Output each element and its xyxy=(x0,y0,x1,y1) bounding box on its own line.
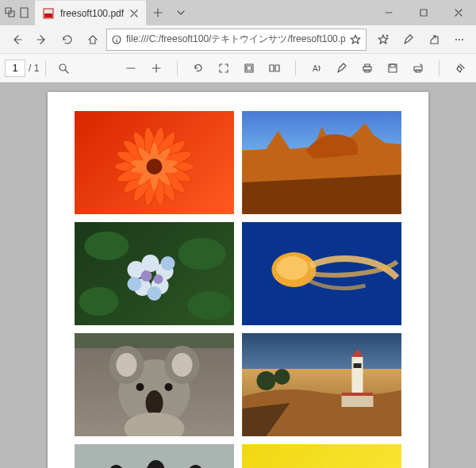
separator xyxy=(45,60,46,76)
maximize-button[interactable] xyxy=(406,0,441,25)
svg-point-76 xyxy=(148,460,165,468)
svg-point-9 xyxy=(462,39,463,40)
titlebar: freesoft100.pdf xyxy=(0,0,476,25)
pin-toolbar-button[interactable] xyxy=(449,57,471,79)
chevron-down-icon xyxy=(176,8,186,17)
svg-rect-17 xyxy=(365,64,370,67)
photo-thumbnail xyxy=(75,333,234,436)
find-button[interactable] xyxy=(52,57,75,79)
two-page-icon xyxy=(269,63,280,74)
svg-point-39 xyxy=(85,232,129,260)
svg-rect-2 xyxy=(21,8,28,17)
new-tab-button[interactable] xyxy=(146,0,170,25)
read-aloud-button[interactable]: A xyxy=(305,57,328,79)
svg-point-54 xyxy=(277,256,309,280)
photo-thumbnail xyxy=(242,444,401,468)
separator xyxy=(439,60,440,76)
address-bar[interactable] xyxy=(106,29,367,51)
svg-rect-13 xyxy=(270,65,274,71)
zoom-in-button[interactable] xyxy=(145,57,167,79)
svg-point-40 xyxy=(178,238,226,270)
svg-point-57 xyxy=(117,353,137,377)
fit-page-button[interactable] xyxy=(213,57,235,79)
refresh-button[interactable] xyxy=(56,28,79,52)
address-input[interactable] xyxy=(126,34,345,45)
minimize-button[interactable] xyxy=(371,0,406,25)
pin-icon xyxy=(455,63,466,74)
system-icons xyxy=(0,0,35,25)
photo-thumbnail xyxy=(242,333,401,436)
svg-rect-20 xyxy=(390,64,395,67)
dots-icon xyxy=(454,34,465,45)
svg-point-48 xyxy=(128,277,142,291)
minimize-icon xyxy=(385,9,393,17)
pdf-favicon xyxy=(43,8,54,19)
tab-close-icon[interactable] xyxy=(130,10,138,17)
forward-icon xyxy=(36,33,48,46)
save-button[interactable] xyxy=(382,57,404,79)
photo-thumbnail xyxy=(75,111,234,214)
read-aloud-icon: A xyxy=(311,63,322,74)
page-control: / 1 xyxy=(5,59,39,77)
svg-point-41 xyxy=(79,287,119,316)
home-button[interactable] xyxy=(81,28,105,52)
tab-overflow-button[interactable] xyxy=(170,0,192,25)
favorites-button[interactable] xyxy=(371,28,395,52)
pen-icon xyxy=(336,63,347,74)
share-button[interactable] xyxy=(422,28,446,52)
pdf-viewport[interactable] xyxy=(0,82,476,468)
svg-point-38 xyxy=(147,159,163,175)
pdf-toolbar-right: A xyxy=(120,57,471,79)
minus-icon xyxy=(125,63,136,74)
browser-tab[interactable]: freesoft100.pdf xyxy=(35,0,146,25)
svg-point-62 xyxy=(165,383,173,391)
forward-button[interactable] xyxy=(30,28,54,52)
rotate-button[interactable] xyxy=(187,57,209,79)
svg-rect-4 xyxy=(44,13,52,17)
expand-icon xyxy=(218,63,229,74)
svg-point-51 xyxy=(141,270,152,282)
print-button[interactable] xyxy=(356,57,378,79)
svg-point-49 xyxy=(161,256,175,270)
separator xyxy=(295,60,296,76)
page-view-button[interactable] xyxy=(238,57,260,79)
svg-point-52 xyxy=(154,274,163,284)
svg-point-69 xyxy=(257,371,276,390)
image-grid xyxy=(75,111,401,468)
svg-point-61 xyxy=(136,383,144,391)
info-icon[interactable] xyxy=(112,35,121,44)
svg-point-73 xyxy=(109,465,125,468)
photo-thumbnail xyxy=(75,444,234,468)
refresh-icon xyxy=(61,33,74,46)
svg-rect-66 xyxy=(354,363,362,368)
back-icon xyxy=(10,33,23,46)
svg-point-50 xyxy=(148,286,162,301)
home-icon xyxy=(86,33,99,46)
plus-icon xyxy=(151,63,162,74)
tab-title: freesoft100.pdf xyxy=(60,8,124,19)
photo-thumbnail xyxy=(242,111,401,214)
pdf-page xyxy=(48,92,428,468)
close-button[interactable] xyxy=(441,0,476,25)
page-number-input[interactable] xyxy=(5,59,25,77)
photo-thumbnail xyxy=(242,222,401,325)
svg-point-7 xyxy=(455,39,457,40)
pen-icon xyxy=(403,34,414,45)
draw-button[interactable] xyxy=(331,57,353,79)
save-as-button[interactable] xyxy=(407,57,429,79)
svg-point-70 xyxy=(274,369,290,385)
svg-point-59 xyxy=(172,353,193,377)
two-page-button[interactable] xyxy=(263,57,286,79)
settings-button[interactable] xyxy=(447,28,471,52)
back-button[interactable] xyxy=(5,28,29,52)
zoom-out-button[interactable] xyxy=(120,57,142,79)
notes-button[interactable] xyxy=(397,28,420,52)
share-icon xyxy=(428,34,440,45)
page-total: / 1 xyxy=(29,63,39,74)
navbar-right xyxy=(371,28,471,52)
window-controls xyxy=(371,0,476,25)
svg-point-8 xyxy=(459,39,460,40)
separator xyxy=(177,60,178,76)
close-icon xyxy=(455,9,463,17)
favorite-star-icon[interactable] xyxy=(350,34,361,45)
